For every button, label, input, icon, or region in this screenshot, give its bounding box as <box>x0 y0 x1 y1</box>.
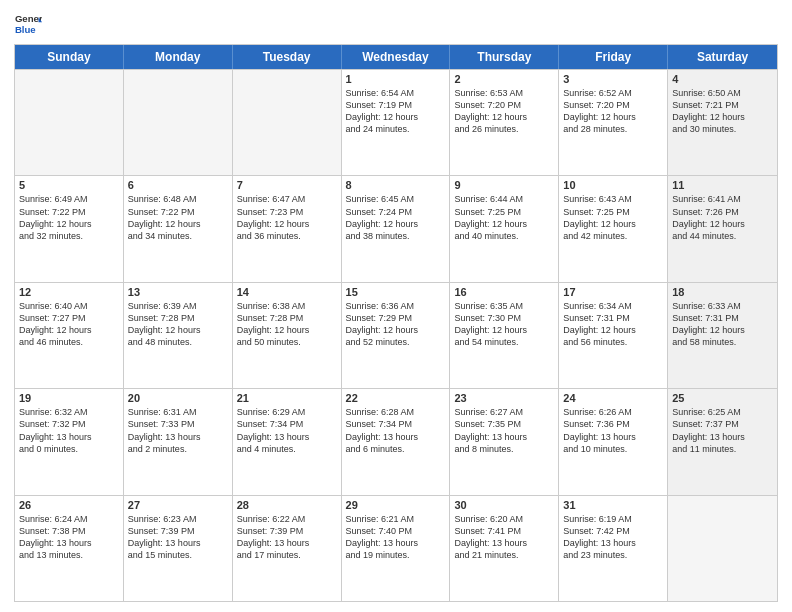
cell-text: Sunrise: 6:49 AM Sunset: 7:22 PM Dayligh… <box>19 193 119 242</box>
day-number: 15 <box>346 286 446 298</box>
cell-text: Sunrise: 6:23 AM Sunset: 7:39 PM Dayligh… <box>128 513 228 562</box>
logo: General Blue <box>14 10 42 38</box>
day-number: 20 <box>128 392 228 404</box>
cell-text: Sunrise: 6:52 AM Sunset: 7:20 PM Dayligh… <box>563 87 663 136</box>
calendar-cell: 4Sunrise: 6:50 AM Sunset: 7:21 PM Daylig… <box>668 70 777 175</box>
weekday-header: Sunday <box>15 45 124 69</box>
day-number: 11 <box>672 179 773 191</box>
svg-text:General: General <box>15 13 42 24</box>
day-number: 7 <box>237 179 337 191</box>
day-number: 2 <box>454 73 554 85</box>
cell-text: Sunrise: 6:47 AM Sunset: 7:23 PM Dayligh… <box>237 193 337 242</box>
calendar-cell: 10Sunrise: 6:43 AM Sunset: 7:25 PM Dayli… <box>559 176 668 281</box>
calendar-cell <box>233 70 342 175</box>
calendar-cell: 3Sunrise: 6:52 AM Sunset: 7:20 PM Daylig… <box>559 70 668 175</box>
logo-icon: General Blue <box>14 10 42 38</box>
calendar-cell: 14Sunrise: 6:38 AM Sunset: 7:28 PM Dayli… <box>233 283 342 388</box>
cell-text: Sunrise: 6:35 AM Sunset: 7:30 PM Dayligh… <box>454 300 554 349</box>
day-number: 30 <box>454 499 554 511</box>
cell-text: Sunrise: 6:41 AM Sunset: 7:26 PM Dayligh… <box>672 193 773 242</box>
calendar-cell: 25Sunrise: 6:25 AM Sunset: 7:37 PM Dayli… <box>668 389 777 494</box>
day-number: 9 <box>454 179 554 191</box>
cell-text: Sunrise: 6:25 AM Sunset: 7:37 PM Dayligh… <box>672 406 773 455</box>
calendar-cell: 16Sunrise: 6:35 AM Sunset: 7:30 PM Dayli… <box>450 283 559 388</box>
cell-text: Sunrise: 6:26 AM Sunset: 7:36 PM Dayligh… <box>563 406 663 455</box>
calendar: SundayMondayTuesdayWednesdayThursdayFrid… <box>14 44 778 602</box>
cell-text: Sunrise: 6:40 AM Sunset: 7:27 PM Dayligh… <box>19 300 119 349</box>
weekday-header: Thursday <box>450 45 559 69</box>
cell-text: Sunrise: 6:44 AM Sunset: 7:25 PM Dayligh… <box>454 193 554 242</box>
calendar-cell: 20Sunrise: 6:31 AM Sunset: 7:33 PM Dayli… <box>124 389 233 494</box>
cell-text: Sunrise: 6:31 AM Sunset: 7:33 PM Dayligh… <box>128 406 228 455</box>
calendar-cell: 29Sunrise: 6:21 AM Sunset: 7:40 PM Dayli… <box>342 496 451 601</box>
calendar-cell: 24Sunrise: 6:26 AM Sunset: 7:36 PM Dayli… <box>559 389 668 494</box>
weekday-header: Tuesday <box>233 45 342 69</box>
day-number: 25 <box>672 392 773 404</box>
calendar-cell: 21Sunrise: 6:29 AM Sunset: 7:34 PM Dayli… <box>233 389 342 494</box>
calendar-row: 1Sunrise: 6:54 AM Sunset: 7:19 PM Daylig… <box>15 69 777 175</box>
cell-text: Sunrise: 6:28 AM Sunset: 7:34 PM Dayligh… <box>346 406 446 455</box>
day-number: 21 <box>237 392 337 404</box>
cell-text: Sunrise: 6:53 AM Sunset: 7:20 PM Dayligh… <box>454 87 554 136</box>
day-number: 13 <box>128 286 228 298</box>
weekday-header: Monday <box>124 45 233 69</box>
calendar-cell: 5Sunrise: 6:49 AM Sunset: 7:22 PM Daylig… <box>15 176 124 281</box>
day-number: 26 <box>19 499 119 511</box>
day-number: 8 <box>346 179 446 191</box>
calendar-cell: 18Sunrise: 6:33 AM Sunset: 7:31 PM Dayli… <box>668 283 777 388</box>
calendar-cell <box>15 70 124 175</box>
day-number: 3 <box>563 73 663 85</box>
cell-text: Sunrise: 6:22 AM Sunset: 7:39 PM Dayligh… <box>237 513 337 562</box>
day-number: 31 <box>563 499 663 511</box>
calendar-cell: 12Sunrise: 6:40 AM Sunset: 7:27 PM Dayli… <box>15 283 124 388</box>
calendar-cell <box>668 496 777 601</box>
calendar-cell: 1Sunrise: 6:54 AM Sunset: 7:19 PM Daylig… <box>342 70 451 175</box>
day-number: 29 <box>346 499 446 511</box>
calendar-cell: 28Sunrise: 6:22 AM Sunset: 7:39 PM Dayli… <box>233 496 342 601</box>
calendar-cell: 2Sunrise: 6:53 AM Sunset: 7:20 PM Daylig… <box>450 70 559 175</box>
day-number: 5 <box>19 179 119 191</box>
svg-text:Blue: Blue <box>15 24 36 35</box>
day-number: 17 <box>563 286 663 298</box>
cell-text: Sunrise: 6:50 AM Sunset: 7:21 PM Dayligh… <box>672 87 773 136</box>
day-number: 27 <box>128 499 228 511</box>
day-number: 22 <box>346 392 446 404</box>
day-number: 1 <box>346 73 446 85</box>
calendar-cell: 26Sunrise: 6:24 AM Sunset: 7:38 PM Dayli… <box>15 496 124 601</box>
cell-text: Sunrise: 6:21 AM Sunset: 7:40 PM Dayligh… <box>346 513 446 562</box>
calendar-cell: 9Sunrise: 6:44 AM Sunset: 7:25 PM Daylig… <box>450 176 559 281</box>
calendar-cell: 19Sunrise: 6:32 AM Sunset: 7:32 PM Dayli… <box>15 389 124 494</box>
calendar-cell: 27Sunrise: 6:23 AM Sunset: 7:39 PM Dayli… <box>124 496 233 601</box>
calendar-row: 12Sunrise: 6:40 AM Sunset: 7:27 PM Dayli… <box>15 282 777 388</box>
cell-text: Sunrise: 6:39 AM Sunset: 7:28 PM Dayligh… <box>128 300 228 349</box>
weekday-header: Saturday <box>668 45 777 69</box>
cell-text: Sunrise: 6:19 AM Sunset: 7:42 PM Dayligh… <box>563 513 663 562</box>
cell-text: Sunrise: 6:29 AM Sunset: 7:34 PM Dayligh… <box>237 406 337 455</box>
calendar-cell: 7Sunrise: 6:47 AM Sunset: 7:23 PM Daylig… <box>233 176 342 281</box>
day-number: 10 <box>563 179 663 191</box>
calendar-cell: 13Sunrise: 6:39 AM Sunset: 7:28 PM Dayli… <box>124 283 233 388</box>
cell-text: Sunrise: 6:45 AM Sunset: 7:24 PM Dayligh… <box>346 193 446 242</box>
calendar-header: SundayMondayTuesdayWednesdayThursdayFrid… <box>15 45 777 69</box>
cell-text: Sunrise: 6:34 AM Sunset: 7:31 PM Dayligh… <box>563 300 663 349</box>
calendar-cell: 23Sunrise: 6:27 AM Sunset: 7:35 PM Dayli… <box>450 389 559 494</box>
calendar-row: 19Sunrise: 6:32 AM Sunset: 7:32 PM Dayli… <box>15 388 777 494</box>
cell-text: Sunrise: 6:36 AM Sunset: 7:29 PM Dayligh… <box>346 300 446 349</box>
day-number: 6 <box>128 179 228 191</box>
day-number: 12 <box>19 286 119 298</box>
calendar-cell: 15Sunrise: 6:36 AM Sunset: 7:29 PM Dayli… <box>342 283 451 388</box>
day-number: 18 <box>672 286 773 298</box>
cell-text: Sunrise: 6:24 AM Sunset: 7:38 PM Dayligh… <box>19 513 119 562</box>
cell-text: Sunrise: 6:27 AM Sunset: 7:35 PM Dayligh… <box>454 406 554 455</box>
day-number: 4 <box>672 73 773 85</box>
cell-text: Sunrise: 6:33 AM Sunset: 7:31 PM Dayligh… <box>672 300 773 349</box>
cell-text: Sunrise: 6:20 AM Sunset: 7:41 PM Dayligh… <box>454 513 554 562</box>
weekday-header: Wednesday <box>342 45 451 69</box>
calendar-cell <box>124 70 233 175</box>
day-number: 23 <box>454 392 554 404</box>
cell-text: Sunrise: 6:32 AM Sunset: 7:32 PM Dayligh… <box>19 406 119 455</box>
day-number: 16 <box>454 286 554 298</box>
day-number: 19 <box>19 392 119 404</box>
calendar-cell: 11Sunrise: 6:41 AM Sunset: 7:26 PM Dayli… <box>668 176 777 281</box>
day-number: 28 <box>237 499 337 511</box>
